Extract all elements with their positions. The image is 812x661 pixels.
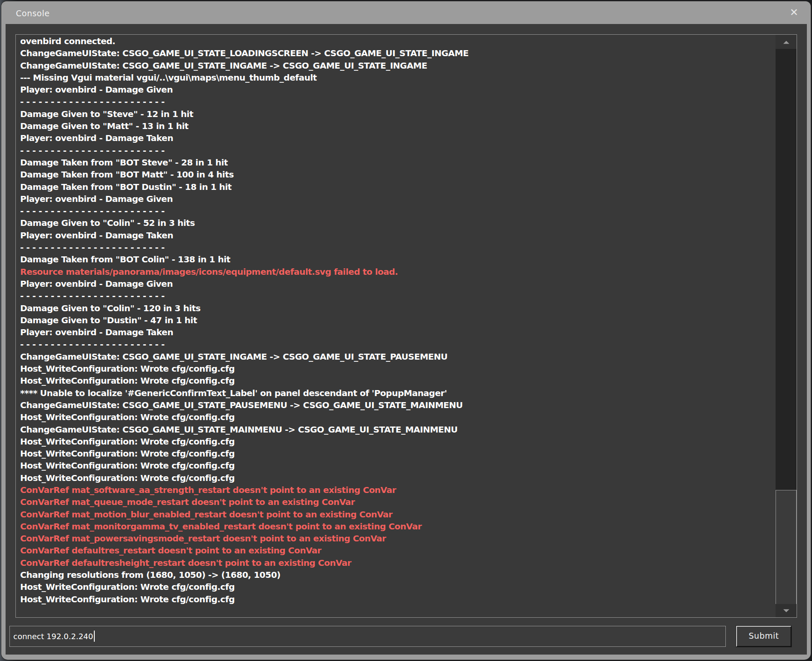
window-title: Console bbox=[16, 9, 50, 18]
log-line: ChangeGameUIState: CSGO_GAME_UI_STATE_LO… bbox=[20, 47, 772, 59]
log-line: ChangeGameUIState: CSGO_GAME_UI_STATE_IN… bbox=[20, 60, 772, 72]
command-input-value: connect 192.0.2.240 bbox=[13, 632, 93, 641]
log-line: ConVarRef mat_powersavingsmode_restart d… bbox=[20, 532, 772, 544]
log-line: Host_WriteConfiguration: Wrote cfg/confi… bbox=[20, 411, 772, 423]
log-line: ConVarRef defaultres_restart doesn't poi… bbox=[20, 544, 772, 556]
arrow-down-icon bbox=[783, 609, 789, 612]
log-line: Damage Given to "Colin" - 52 in 3 hits bbox=[20, 217, 772, 229]
log-line: Player: ovenbird - Damage Taken bbox=[20, 326, 772, 338]
arrow-up-icon bbox=[783, 41, 789, 44]
log-line: ------------------------ bbox=[20, 290, 772, 302]
log-line: Damage Taken from "BOT Dustin" - 18 in 1… bbox=[20, 181, 772, 193]
log-line: Host_WriteConfiguration: Wrote cfg/confi… bbox=[20, 436, 772, 448]
log-line: ------------------------ bbox=[20, 241, 772, 253]
log-line: **** Unable to localize '#GenericConfirm… bbox=[20, 387, 772, 399]
log-line: Host_WriteConfiguration: Wrote cfg/confi… bbox=[20, 581, 772, 593]
log-line: Damage Taken from "BOT Steve" - 28 in 1 … bbox=[20, 156, 772, 168]
log-line: Resource materials/panorama/images/icons… bbox=[20, 266, 772, 278]
log-line: ConVarRef mat_queue_mode_restart doesn't… bbox=[20, 496, 772, 508]
log-line: ChangeGameUIState: CSGO_GAME_UI_STATE_IN… bbox=[20, 351, 772, 363]
log-line: Damage Given to "Steve" - 12 in 1 hit bbox=[20, 108, 772, 120]
titlebar[interactable]: Console ✕ bbox=[1, 1, 811, 24]
log-line: Player: ovenbird - Damage Given bbox=[20, 193, 772, 205]
submit-button[interactable]: Submit bbox=[736, 626, 791, 647]
scrollbar-thumb[interactable] bbox=[776, 490, 797, 605]
log-line: ConVarRef mat_software_aa_strength_resta… bbox=[20, 484, 772, 496]
log-line: Host_WriteConfiguration: Wrote cfg/confi… bbox=[20, 375, 772, 387]
log-line: ConVarRef defaultresheight_restart doesn… bbox=[20, 557, 772, 569]
log-line: ChangeGameUIState: CSGO_GAME_UI_STATE_PA… bbox=[20, 399, 772, 411]
log-line: Damage Taken from "BOT Matt" - 100 in 4 … bbox=[20, 168, 772, 180]
command-input[interactable]: connect 192.0.2.240 bbox=[9, 626, 726, 647]
scroll-up-button[interactable] bbox=[776, 35, 797, 49]
log-line: Player: ovenbird - Damage Taken bbox=[20, 132, 772, 144]
log-line: Damage Taken from "BOT Colin" - 138 in 1… bbox=[20, 253, 772, 265]
log-line: ------------------------ bbox=[20, 96, 772, 108]
text-cursor bbox=[94, 631, 95, 642]
desktop-background: Console ✕ ovenbird connected.ChangeGameU… bbox=[0, 0, 812, 661]
log-line: ovenbird connected. bbox=[20, 35, 772, 47]
scroll-down-button[interactable] bbox=[776, 604, 797, 617]
log-line: Host_WriteConfiguration: Wrote cfg/confi… bbox=[20, 472, 772, 484]
log-line: Damage Given to "Colin" - 120 in 3 hits bbox=[20, 302, 772, 314]
log-line: --- Missing Vgui material vgui/..\vgui\m… bbox=[20, 72, 772, 84]
log-line: ChangeGameUIState: CSGO_GAME_UI_STATE_MA… bbox=[20, 424, 772, 436]
log-line: Host_WriteConfiguration: Wrote cfg/confi… bbox=[20, 448, 772, 460]
log-line: Changing resolutions from (1680, 1050) -… bbox=[20, 569, 772, 581]
console-log: ovenbird connected.ChangeGameUIState: CS… bbox=[20, 35, 772, 616]
console-output-panel: ovenbird connected.ChangeGameUIState: CS… bbox=[15, 34, 797, 618]
log-line: Host_WriteConfiguration: Wrote cfg/confi… bbox=[20, 593, 772, 605]
log-line: Host_WriteConfiguration: Wrote cfg/confi… bbox=[20, 363, 772, 375]
close-icon[interactable]: ✕ bbox=[788, 6, 800, 19]
log-line: Damage Given to "Matt" - 13 in 1 hit bbox=[20, 120, 772, 132]
log-line: Player: ovenbird - Damage Given bbox=[20, 84, 772, 96]
log-line: ConVarRef mat_motion_blur_enabled_restar… bbox=[20, 508, 772, 520]
log-line: ------------------------ bbox=[20, 205, 772, 217]
window-client-area: ovenbird connected.ChangeGameUIState: CS… bbox=[6, 24, 807, 655]
log-line: ------------------------ bbox=[20, 144, 772, 156]
scrollbar[interactable] bbox=[776, 35, 797, 617]
console-window: Console ✕ ovenbird connected.ChangeGameU… bbox=[1, 1, 811, 660]
log-line: Player: ovenbird - Damage Taken bbox=[20, 229, 772, 241]
log-line: ConVarRef mat_monitorgamma_tv_enabled_re… bbox=[20, 520, 772, 532]
log-line: Damage Given to "Dustin" - 47 in 1 hit bbox=[20, 314, 772, 326]
log-line: ------------------------ bbox=[20, 338, 772, 350]
log-line: Host_WriteConfiguration: Wrote cfg/confi… bbox=[20, 460, 772, 472]
log-line: Player: ovenbird - Damage Given bbox=[20, 278, 772, 290]
